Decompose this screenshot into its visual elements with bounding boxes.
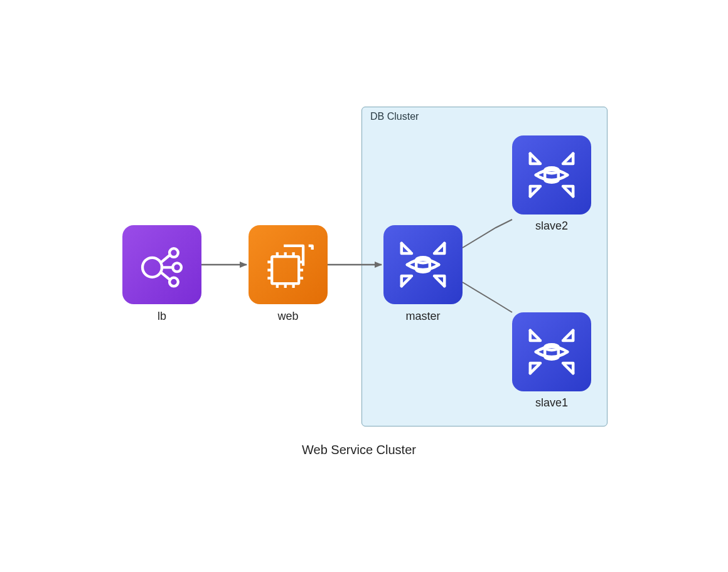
node-slave1-label: slave1 bbox=[489, 396, 614, 410]
auto-scaling-db-icon bbox=[523, 147, 580, 203]
svg-point-0 bbox=[142, 258, 162, 277]
auto-scaling-db-icon bbox=[395, 236, 451, 293]
auto-scaling-db-icon bbox=[523, 324, 580, 380]
compute-icon bbox=[261, 238, 315, 292]
load-balancer-icon bbox=[135, 238, 189, 292]
node-master bbox=[383, 225, 463, 304]
svg-line-4 bbox=[161, 255, 170, 263]
node-lb-label: lb bbox=[99, 310, 225, 323]
svg-rect-7 bbox=[272, 257, 299, 283]
node-slave2-label: slave2 bbox=[489, 220, 614, 233]
node-web bbox=[249, 225, 328, 304]
node-slave2 bbox=[512, 135, 591, 214]
node-master-label: master bbox=[360, 310, 486, 323]
node-lb bbox=[122, 225, 201, 304]
node-slave1 bbox=[512, 312, 591, 391]
svg-line-6 bbox=[161, 272, 170, 280]
node-web-label: web bbox=[225, 310, 351, 323]
diagram-title: Web Service Cluster bbox=[302, 443, 416, 457]
db-cluster-label: DB Cluster bbox=[370, 111, 419, 122]
